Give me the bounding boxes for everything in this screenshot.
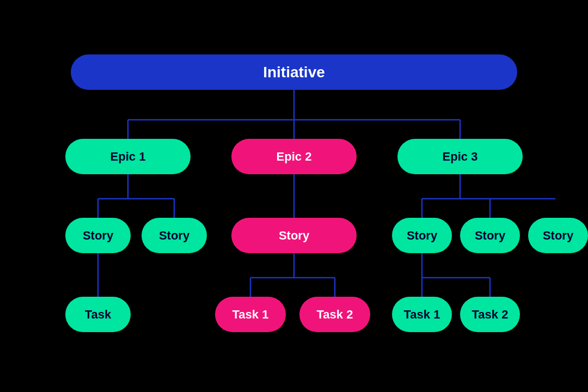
diagram: Initiative Epic 1 Epic 2 Epic 3 Story St… [33,38,555,354]
task-e2-2-node: Task 2 [299,297,370,332]
story-e2-label: Story [279,229,309,243]
task-e1-label: Task [85,308,112,322]
story-e1-1-label: Story [83,229,113,243]
story-e1-2-label: Story [159,229,189,243]
epic3-node: Epic 3 [397,139,523,174]
epic1-label: Epic 1 [111,150,146,164]
story-e2-node: Story [231,218,357,253]
task-e3-1-label: Task 1 [404,308,440,322]
initiative-node: Initiative [71,54,517,90]
story-e3-2-label: Story [475,229,505,243]
task-e2-1-label: Task 1 [232,308,269,322]
epic3-label: Epic 3 [443,150,478,164]
task-e3-2-node: Task 2 [460,297,520,332]
story-e3-1-label: Story [407,229,437,243]
epic2-node: Epic 2 [231,139,357,174]
task-e1-node: Task [65,297,131,332]
task-e3-2-label: Task 2 [472,308,509,322]
task-e2-2-label: Task 2 [317,308,353,322]
story-e3-1-node: Story [392,218,452,253]
story-e3-2-node: Story [460,218,520,253]
story-e1-2-node: Story [142,218,207,253]
epic1-node: Epic 1 [65,139,191,174]
nodes-container: Initiative Epic 1 Epic 2 Epic 3 Story St… [33,38,555,354]
initiative-label: Initiative [263,64,325,81]
task-e2-1-node: Task 1 [215,297,286,332]
task-e3-1-node: Task 1 [392,297,452,332]
story-e3-3-label: Story [543,229,573,243]
story-e3-3-node: Story [528,218,588,253]
story-e1-1-node: Story [65,218,131,253]
epic2-label: Epic 2 [277,150,312,164]
